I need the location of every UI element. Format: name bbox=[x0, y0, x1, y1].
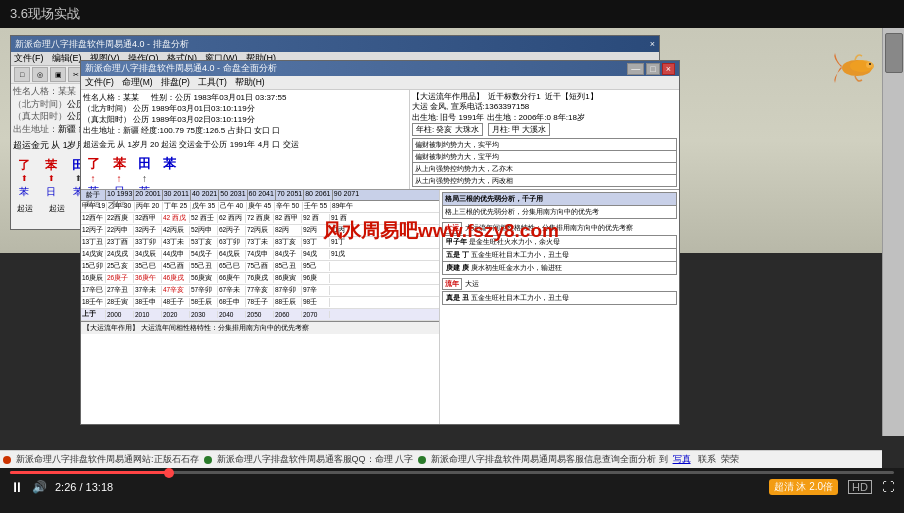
table-row: 甲午 19 乙年 30 丙年 20 丁年 25 戊午 35 己午 40 庚午 4… bbox=[81, 201, 439, 213]
page-title: 3.6现场实战 bbox=[10, 5, 80, 23]
dw-upper-right: 【大运流年作用品】 近干标数分行1 近干【短列1】 大运 金风, 宣系电话:13… bbox=[410, 90, 679, 189]
ticker-text-1: 新派命理八字排盘软件周易通网站:正版石石存 bbox=[16, 453, 199, 466]
ticker-text-2: 新派命理八字排盘软件周易通客服QQ：命理 八字 bbox=[217, 453, 414, 466]
progress-bar-container[interactable] bbox=[10, 471, 894, 474]
dw-menu-paipan[interactable]: 排盘(P) bbox=[161, 77, 190, 89]
dw-max-btn[interactable]: □ bbox=[646, 63, 659, 75]
ticker-text-3: 新派命理八字排盘软件周易通周易客服信息查询全面分析 到 bbox=[431, 453, 668, 466]
dw-menubar: 文件(F) 命理(M) 排盘(P) 工具(T) 帮助(H) bbox=[81, 76, 679, 90]
table-row: 17辛巳 27辛丑 37辛未 47辛亥 57辛卯 67辛未 77辛亥 87辛卯 … bbox=[81, 285, 439, 297]
time-display: 2:26 / 13:18 bbox=[55, 481, 113, 493]
table-row: 15己卯 25己亥 35己巳 45己酉 55己丑 65己巳 75己酉 85己丑 … bbox=[81, 261, 439, 273]
sw-close-btn[interactable]: × bbox=[650, 39, 655, 49]
dw-title-text: 新派命理八字排盘软件周易通4.0 - 命盘全面分析 bbox=[85, 62, 277, 75]
ticker-bar: 新派命理八字排盘软件周易通网站:正版石石存 新派命理八字排盘软件周易通客服QQ：… bbox=[0, 450, 882, 468]
dw-menu-help[interactable]: 帮助(H) bbox=[235, 77, 265, 89]
dw-title-btns: — □ × bbox=[627, 63, 675, 75]
dw-menu-tools[interactable]: 工具(T) bbox=[198, 77, 227, 89]
video-container: 3.6现场实战 新派命理八字排盘软件周易通4.0 - 排盘分析 × 文件(F) … bbox=[0, 0, 904, 513]
dw-menu-mingli[interactable]: 命理(M) bbox=[122, 77, 153, 89]
speed-badge[interactable]: 超清 沐 2.0倍 bbox=[769, 479, 838, 495]
dw-min-btn[interactable]: — bbox=[627, 63, 644, 75]
luck-info-row: 【大运流年作用】 大运流年间相性格特性：分集排用南方向中的优先考察 bbox=[81, 321, 439, 334]
fullscreen-icon[interactable]: ⛶ bbox=[882, 480, 894, 494]
dayun-row3: 庚建 庚 庚水初生旺金水力小，输进狂 bbox=[442, 262, 677, 275]
ticker-dot-2 bbox=[204, 456, 212, 464]
dw-upper: 性名人格：某某 性别：公历 1983年03月01日 03:37:55 （北方时间… bbox=[81, 90, 679, 190]
top-bar: 3.6现场实战 bbox=[0, 0, 904, 28]
ticker-dot-3 bbox=[418, 456, 426, 464]
watermark-overlay: 风水周易吧www.fszy8.com bbox=[0, 218, 882, 243]
pillar-ri: 苯 ⬆ 日 bbox=[45, 157, 57, 199]
progress-dot[interactable] bbox=[164, 468, 174, 478]
progress-bar-fill[interactable] bbox=[10, 471, 169, 474]
toolbar-new[interactable]: □ bbox=[14, 67, 30, 82]
pillar-shi: 了 ⬆ 苯 bbox=[18, 157, 30, 199]
dw-titlebar: 新派命理八字排盘软件周易通4.0 - 命盘全面分析 — □ × bbox=[81, 61, 679, 76]
time-total: 13:18 bbox=[86, 481, 114, 493]
fish-decoration bbox=[827, 28, 882, 108]
ticker-dot-1 bbox=[3, 456, 11, 464]
liunian-section: 流年 大运 真是 丑 五金生旺社目木工力小，丑土母 bbox=[442, 278, 677, 305]
table-row: 16庚辰 26庚子 36庚午 46庚戌 56庚寅 66庚午 76庚戌 86庚寅 … bbox=[81, 273, 439, 285]
volume-icon: 🔊 bbox=[32, 480, 47, 494]
ticker-text-4: 联系 荣荣 bbox=[696, 453, 740, 466]
svg-point-2 bbox=[866, 62, 872, 68]
liunian-label: 流年 bbox=[442, 278, 462, 290]
hd-badge[interactable]: HD bbox=[848, 480, 872, 494]
scrollbar-right[interactable] bbox=[882, 28, 904, 436]
liunian-row1: 真是 丑 五金生旺社目木工力小，丑土母 bbox=[442, 291, 677, 305]
rp-header: 格局三根的优先弱分析，千子用 bbox=[442, 192, 677, 206]
table-row: 18壬午 28壬寅 38壬申 48壬子 58壬辰 68壬申 78壬子 88壬辰 … bbox=[81, 297, 439, 309]
table-footer-row: 上于 2000 2010 2020 2030 2040 2050 2060 20… bbox=[81, 309, 439, 321]
dw-upper-left: 性名人格：某某 性别：公历 1983年03月01日 03:37:55 （北方时间… bbox=[81, 90, 410, 189]
pause-button[interactable]: ⏸ bbox=[10, 479, 24, 495]
toolbar-save[interactable]: ▣ bbox=[50, 67, 66, 82]
control-bar: ⏸ 🔊 2:26 / 13:18 超清 沐 2.0倍 HD ⛶ bbox=[0, 468, 904, 513]
scrollbar-thumb[interactable] bbox=[885, 33, 903, 73]
dw-close-btn[interactable]: × bbox=[662, 63, 675, 75]
ticker-link[interactable]: 写真 bbox=[673, 453, 691, 466]
menu-file[interactable]: 文件(F) bbox=[14, 52, 44, 65]
right-controls: 超清 沐 2.0倍 HD ⛶ bbox=[769, 479, 894, 495]
controls-row: ⏸ 🔊 2:26 / 13:18 超清 沐 2.0倍 HD ⛶ bbox=[10, 479, 894, 495]
sw-title-text: 新派命理八字排盘软件周易通4.0 - 排盘分析 bbox=[15, 38, 189, 51]
table-row: 14戊寅 24戊戌 34戊辰 44戊申 54戊子 64戊辰 74戊申 84戊子 … bbox=[81, 249, 439, 261]
sw-titlebar: 新派命理八字排盘软件周易通4.0 - 排盘分析 × bbox=[11, 36, 659, 52]
watermark-text: 风水周易吧www.fszy8.com bbox=[323, 218, 559, 244]
time-current: 2:26 bbox=[55, 481, 76, 493]
dayun-row2: 五是 丁 五金生旺社目木工力小，丑土母 bbox=[442, 249, 677, 262]
menu-edit[interactable]: 编辑(E) bbox=[52, 52, 82, 65]
fish-svg bbox=[827, 28, 882, 108]
table-header: 龄于 10 1993 20 2001 30 2011 40 2021 50 20… bbox=[81, 190, 439, 201]
toolbar-open[interactable]: ◎ bbox=[32, 67, 48, 82]
svg-point-3 bbox=[869, 63, 871, 65]
dw-menu-file[interactable]: 文件(F) bbox=[85, 77, 114, 89]
